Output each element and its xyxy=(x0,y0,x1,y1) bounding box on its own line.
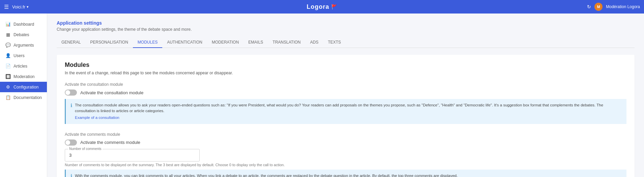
navbar-right: ↻ M Modération Logora xyxy=(587,3,640,11)
comments-toggle[interactable] xyxy=(65,140,77,146)
consultation-module-section: Activate the consultation module Activat… xyxy=(65,82,626,124)
tab-authentication[interactable]: AUTHENTICATION xyxy=(162,37,207,48)
info-icon-comments: ℹ xyxy=(71,173,72,177)
comments-number-floating-label: Number of comments xyxy=(68,147,103,151)
app-title: Logora 🚩 xyxy=(307,3,337,10)
brand-dropdown-icon[interactable]: ▾ xyxy=(27,5,29,9)
dashboard-icon: 📊 xyxy=(5,22,11,27)
configuration-icon: ⚙ xyxy=(5,84,11,90)
layout: 📊 Dashboard ▦ Debates 💬 Arguments 👤 User… xyxy=(0,14,644,177)
comments-section-label: Activate the comments module xyxy=(65,132,626,137)
brand-name[interactable]: Voici.fr xyxy=(12,4,25,9)
sidebar-item-documentation[interactable]: 📋 Documentation xyxy=(0,92,47,103)
logora-title-text: Logora xyxy=(307,3,329,10)
sidebar-item-moderation[interactable]: 🔲 Moderation xyxy=(0,71,47,82)
consultation-example-link[interactable]: Example of a consultation xyxy=(75,115,622,121)
modules-card: Modules In the event of a change, reload… xyxy=(57,55,635,177)
sidebar-label-debates: Debates xyxy=(13,32,29,37)
comments-info-box: ℹ With the comments module, you can link… xyxy=(65,170,626,177)
comments-number-input[interactable] xyxy=(65,149,200,161)
moderation-icon: 🔲 xyxy=(5,74,11,79)
tab-personalisation[interactable]: PERSONALISATION xyxy=(85,37,133,48)
consultation-toggle-row: Activate the consultation module xyxy=(65,90,626,96)
tab-translation[interactable]: TRANSLATION xyxy=(268,37,305,48)
sidebar-label-configuration: Configuration xyxy=(13,85,38,90)
comments-module-section: Activate the comments module Activate th… xyxy=(65,132,626,177)
navbar: ☰ Voici.fr ▾ Logora 🚩 ↻ M Modération Log… xyxy=(0,0,644,14)
consultation-section-label: Activate the consultation module xyxy=(65,82,626,87)
consultation-info-box: ℹ The consultation module allows you to … xyxy=(65,99,626,124)
sidebar-label-documentation: Documentation xyxy=(13,95,42,100)
sidebar-label-users: Users xyxy=(13,53,25,58)
sidebar-item-debates[interactable]: ▦ Debates xyxy=(0,29,47,40)
debates-icon: ▦ xyxy=(5,32,11,37)
comments-toggle-row: Activate the comments module xyxy=(65,140,626,146)
comments-info-text: With the comments module, you can link c… xyxy=(75,173,458,177)
sidebar-label-dashboard: Dashboard xyxy=(13,22,34,27)
modules-title: Modules xyxy=(65,61,626,69)
comments-toggle-label: Activate the comments module xyxy=(80,140,140,145)
sidebar-item-arguments[interactable]: 💬 Arguments xyxy=(0,40,47,50)
users-icon: 👤 xyxy=(5,53,11,58)
page-header-subtitle: Change your application settings, the th… xyxy=(57,27,635,32)
info-icon-consultation: ℹ xyxy=(71,103,72,108)
consultation-info-text: The consultation module allows you to as… xyxy=(75,102,622,121)
tab-general[interactable]: GENERAL xyxy=(57,37,85,48)
articles-icon: 📄 xyxy=(5,64,11,69)
comments-number-hint: Number of comments to be displayed on th… xyxy=(65,163,626,167)
user-label: Modération Logora xyxy=(606,4,640,9)
arguments-icon: 💬 xyxy=(5,43,11,48)
documentation-icon: 📋 xyxy=(5,95,11,100)
refresh-icon[interactable]: ↻ xyxy=(587,4,591,9)
tabs-bar: GENERAL PERSONALISATION MODULES AUTHENTI… xyxy=(57,37,635,48)
tab-ads[interactable]: ADS xyxy=(305,37,323,48)
comments-number-group: Number of comments Number of comments to… xyxy=(65,149,626,167)
sidebar-item-articles[interactable]: 📄 Articles xyxy=(0,61,47,71)
avatar: M xyxy=(594,3,603,11)
consultation-toggle-label: Activate the consultation module xyxy=(80,90,143,95)
main-content: Application settings Change your applica… xyxy=(47,14,644,177)
consultation-toggle[interactable] xyxy=(65,90,77,96)
sidebar-item-configuration[interactable]: ⚙ Configuration xyxy=(0,82,47,92)
hamburger-icon[interactable]: ☰ xyxy=(4,4,9,10)
tab-modules[interactable]: MODULES xyxy=(133,37,162,48)
sidebar-item-dashboard[interactable]: 📊 Dashboard xyxy=(0,19,47,29)
tab-moderation[interactable]: MODERATION xyxy=(207,37,244,48)
tab-texts[interactable]: TEXTS xyxy=(323,37,346,48)
comments-toggle-knob xyxy=(65,140,70,145)
sidebar-label-arguments: Arguments xyxy=(13,43,34,48)
page-header-title: Application settings xyxy=(57,20,635,26)
sidebar: 📊 Dashboard ▦ Debates 💬 Arguments 👤 User… xyxy=(0,14,47,177)
consultation-toggle-knob xyxy=(65,90,70,95)
sidebar-label-moderation: Moderation xyxy=(13,74,35,79)
sidebar-label-articles: Articles xyxy=(13,64,27,69)
comments-number-label-wrapper: Number of comments xyxy=(65,149,626,161)
tab-emails[interactable]: EMAILS xyxy=(244,37,268,48)
sidebar-item-users[interactable]: 👤 Users xyxy=(0,50,47,61)
flag-icon: 🚩 xyxy=(331,4,337,9)
modules-subtitle: In the event of a change, reload this pa… xyxy=(65,71,626,75)
